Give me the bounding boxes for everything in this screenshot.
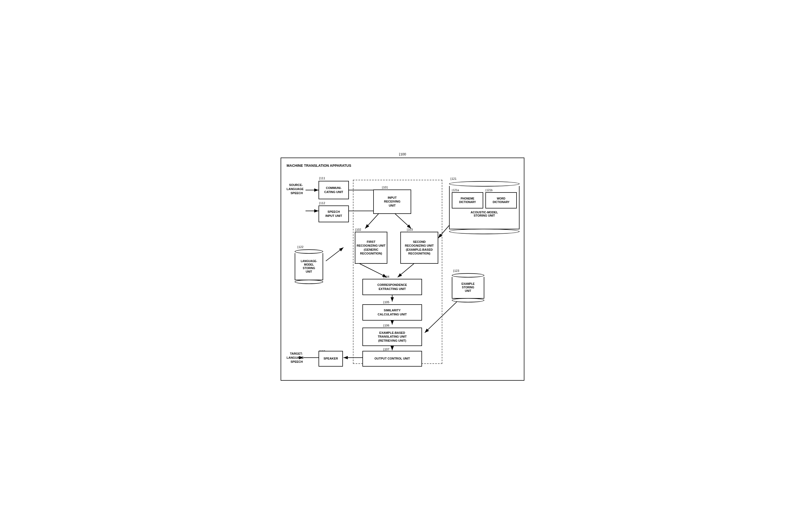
ref-122: ⌊122 [297, 245, 326, 249]
ref-103: ⌊103 [407, 228, 413, 231]
svg-line-10 [326, 247, 343, 261]
diagram: SOURCE-LANGUAGESPEECH TARGET-LANGUAGESPE… [286, 172, 519, 375]
phoneme-dictionary: PHONEMEDICTIONARY [452, 192, 483, 208]
speech-input-unit: SPEECHINPUT UNIT [319, 206, 349, 222]
ref-105: ⌊105 [383, 301, 389, 304]
acoustic-model-cylinder: ⌊121 ⌊121a PHONEMEDICTIONARY [449, 177, 520, 234]
speaker-unit: SPEAKER [319, 351, 343, 366]
outer-title: MACHINE TRANSLATION APPARATUS [286, 164, 519, 168]
example-based-translating-unit: EXAMPLE-BASEDTRANSLATING UNIT(RETRIEVING… [362, 328, 422, 346]
ref-102: ⌊102 [355, 228, 361, 231]
fig-label: ⌊100 [399, 152, 406, 156]
output-control-unit: OUTPUT CONTROL UNIT [362, 351, 422, 366]
ref-106: ⌊106 [383, 324, 389, 327]
ref-111: ⌊111 [319, 176, 325, 180]
example-storing-cylinder: ⌊123 EXAMPLESTORINGUNIT [452, 269, 484, 302]
source-language-label: SOURCE-LANGUAGESPEECH [286, 183, 303, 195]
ref-104: ⌊104 [383, 275, 389, 279]
word-dictionary: WORDDICTIONARY [485, 192, 517, 208]
similarity-calculating-unit: SIMILARITYCALCULATING UNIT [362, 304, 422, 321]
input-receiving-unit: INPUTRECEIVINGUNIT [373, 190, 411, 214]
outer-box: MACHINE TRANSLATION APPARATUS [281, 157, 524, 381]
second-recognizing-unit: SECONDRECOGNIZING UNIT(EXAMPLE-BASEDRECO… [400, 232, 438, 264]
communicating-unit: COMMUNI-CATING UNIT [319, 181, 349, 199]
correspondence-extracting-unit: CORRESPONDENCEEXTRACTING UNIT [362, 279, 422, 295]
ref-121: ⌊121 [450, 177, 521, 180]
ref-123: ⌊123 [453, 269, 486, 273]
ref-112: ⌊112 [319, 202, 325, 205]
language-model-cylinder: ⌊122 LANGUAGE-MODELSTORINGUNIT [295, 245, 323, 284]
target-language-label: TARGET-LANGUAGESPEECH [286, 352, 303, 364]
ref-101: ⌊101 [382, 186, 388, 189]
page-container: ⌊100 MACHINE TRANSLATION APPARATUS [281, 152, 524, 381]
first-recognizing-unit: FIRSTRECOGNIZING UNIT(GENERICRECOGNITION… [355, 232, 387, 264]
